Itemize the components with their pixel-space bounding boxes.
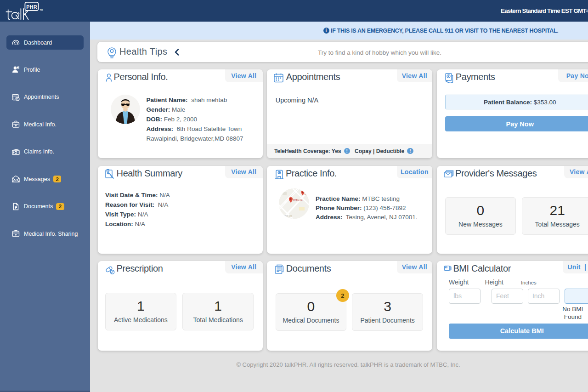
svg-text:MADY DR: MADY DR <box>282 215 292 217</box>
svg-text:Far: Far <box>305 193 308 196</box>
svg-text:MTBC inc.: MTBC inc. <box>293 199 303 201</box>
svg-text:TM: TM <box>40 9 43 11</box>
svg-text:PHR: PHR <box>26 4 37 10</box>
